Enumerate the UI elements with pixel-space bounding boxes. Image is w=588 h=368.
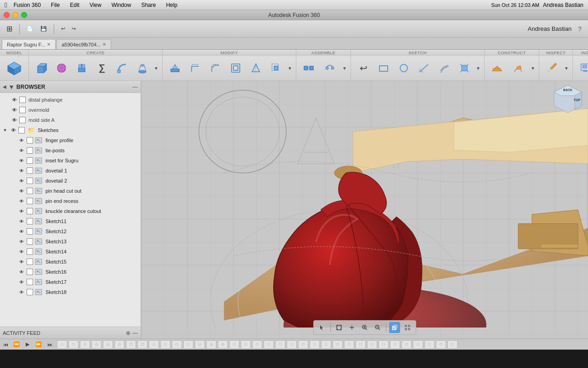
browser-item-dovetail-1[interactable]: 👁dovetail 1 bbox=[0, 166, 141, 176]
visibility-checkbox[interactable] bbox=[19, 97, 26, 103]
eye-icon2[interactable]: 👁 bbox=[11, 107, 17, 113]
timeline-item-33[interactable]: □ bbox=[436, 340, 446, 349]
rectangle-tool[interactable] bbox=[374, 58, 393, 79]
circle-tool[interactable] bbox=[394, 58, 413, 79]
eye-icon[interactable]: 👁 bbox=[18, 188, 25, 194]
checkbox[interactable] bbox=[27, 188, 33, 194]
checkbox[interactable] bbox=[27, 147, 33, 154]
timeline-item-12[interactable]: ◇ bbox=[195, 340, 205, 349]
eye-icon[interactable]: 👁 bbox=[18, 147, 25, 154]
eye-icon[interactable]: 👁 bbox=[18, 198, 25, 204]
timeline-item-6[interactable]: ⬡ bbox=[126, 340, 136, 349]
eye-icon4[interactable]: 👁 bbox=[10, 127, 17, 133]
apple-menu[interactable]:  bbox=[5, 1, 7, 9]
motion-link-tool[interactable] bbox=[320, 58, 339, 79]
visibility-checkbox4[interactable] bbox=[18, 127, 25, 133]
construct-dropdown[interactable]: ▼ bbox=[530, 58, 536, 79]
inspect-dropdown[interactable]: ▼ bbox=[563, 58, 570, 79]
eye-icon[interactable]: 👁 bbox=[18, 248, 25, 255]
checkbox[interactable] bbox=[27, 279, 33, 285]
checkbox[interactable] bbox=[27, 269, 33, 275]
timeline-item-9[interactable]: □ bbox=[160, 340, 170, 349]
menu-window[interactable]: Window bbox=[110, 1, 133, 9]
timeline-item-25[interactable]: □ bbox=[344, 340, 354, 349]
create-dropdown[interactable]: ▼ bbox=[153, 58, 159, 79]
browser-item-pin-head-cut-out[interactable]: 👁pin head cut out bbox=[0, 186, 141, 196]
browser-item-dovetail-2[interactable]: 👁dovetail 2 bbox=[0, 176, 141, 186]
timeline-item-21[interactable]: □ bbox=[298, 340, 308, 349]
timeline-prev[interactable]: ⏪ bbox=[11, 339, 22, 350]
midplane-tool[interactable] bbox=[487, 58, 507, 79]
browser-item-sketch16[interactable]: 👁Sketch16 bbox=[0, 267, 141, 277]
timeline-next[interactable]: ⏩ bbox=[33, 339, 44, 350]
eye-icon[interactable]: 👁 bbox=[18, 218, 25, 224]
eye-icon[interactable]: 👁 bbox=[18, 167, 25, 174]
browser-item-pin-end-recess[interactable]: 👁pin end recess bbox=[0, 196, 141, 206]
project-tool[interactable] bbox=[455, 58, 474, 79]
checkbox[interactable] bbox=[27, 238, 33, 245]
checkbox[interactable] bbox=[27, 248, 33, 255]
viewport[interactable]: BACK TOP bbox=[141, 81, 588, 339]
minimize-button[interactable] bbox=[12, 12, 18, 18]
redo-button[interactable]: ↪ bbox=[69, 23, 79, 35]
timeline-item-1[interactable]: □ bbox=[68, 340, 79, 349]
activity-feed-plus[interactable]: ⊕ bbox=[126, 330, 130, 336]
timeline-item-0[interactable]: □ bbox=[57, 340, 67, 349]
loft-tool[interactable] bbox=[133, 58, 152, 79]
timeline-item-11[interactable]: □ bbox=[183, 340, 193, 349]
menu-help[interactable]: Help bbox=[164, 1, 179, 9]
plane-along-path-tool[interactable] bbox=[509, 58, 528, 79]
browser-item-finger-profile[interactable]: 👁finger profile bbox=[0, 135, 141, 145]
draft-tool[interactable] bbox=[246, 58, 266, 79]
timeline-item-29[interactable]: □ bbox=[390, 340, 400, 349]
sketch-dropdown[interactable]: ▼ bbox=[475, 58, 481, 79]
zoom-out-button[interactable] bbox=[372, 322, 383, 333]
browser-item-sketch15[interactable]: 👁Sketch15 bbox=[0, 257, 141, 267]
timeline-item-27[interactable]: □ bbox=[367, 340, 377, 349]
timeline-item-26[interactable]: □ bbox=[356, 340, 366, 349]
box-tool[interactable] bbox=[32, 58, 51, 79]
timeline-item-13[interactable]: ◇ bbox=[206, 340, 216, 349]
fit-view-button[interactable] bbox=[334, 322, 345, 333]
view-cube-button[interactable] bbox=[389, 322, 400, 333]
timeline-item-30[interactable]: □ bbox=[401, 340, 412, 349]
menu-file[interactable]: File bbox=[49, 1, 62, 9]
browser-item-tie-posts[interactable]: 👁tie-posts bbox=[0, 145, 141, 155]
visibility-checkbox2[interactable] bbox=[19, 107, 26, 113]
nav-cube[interactable]: BACK TOP bbox=[549, 83, 586, 120]
timeline-item-3[interactable]: ◇ bbox=[91, 340, 102, 349]
eye-icon[interactable]: 👁 bbox=[18, 208, 25, 214]
save-button[interactable]: 💾 bbox=[38, 23, 50, 35]
app-grid-button[interactable]: ⊞ bbox=[4, 23, 15, 35]
assemble-dropdown[interactable]: ▼ bbox=[341, 58, 348, 79]
checkbox[interactable] bbox=[27, 137, 33, 144]
insert-canvas-tool[interactable] bbox=[576, 58, 588, 79]
sphere-tool[interactable] bbox=[52, 58, 71, 79]
cursor-mode-button[interactable] bbox=[317, 322, 328, 333]
checkbox[interactable] bbox=[27, 178, 33, 184]
timeline-item-34[interactable]: □ bbox=[447, 340, 458, 349]
chamfer-tool[interactable] bbox=[206, 58, 225, 79]
browser-item-inset-for-sugru[interactable]: 👁inset for Sugru bbox=[0, 155, 141, 166]
visibility-checkbox3[interactable] bbox=[19, 117, 26, 123]
eye-icon[interactable]: 👁 bbox=[18, 157, 25, 164]
zoom-in-button[interactable] bbox=[359, 322, 370, 333]
timeline-item-24[interactable]: □ bbox=[333, 340, 343, 349]
sweep-tool[interactable] bbox=[113, 58, 132, 79]
browser-item-sketch12[interactable]: 👁Sketch12 bbox=[0, 226, 141, 236]
timeline-item-10[interactable]: □ bbox=[172, 340, 182, 349]
new-doc-button[interactable]: 📄 bbox=[24, 23, 36, 35]
line-tool[interactable] bbox=[414, 58, 434, 79]
press-pull-tool[interactable] bbox=[165, 58, 185, 79]
extrude-tool[interactable] bbox=[72, 58, 91, 79]
eye-icon[interactable]: 👁 bbox=[18, 279, 25, 285]
timeline-item-20[interactable]: □ bbox=[287, 340, 297, 349]
eye-icon[interactable]: 👁 bbox=[18, 259, 25, 265]
pan-button[interactable] bbox=[346, 322, 357, 333]
browser-item-sketch18[interactable]: 👁Sketch18 bbox=[0, 287, 141, 297]
timeline-item-23[interactable]: □ bbox=[321, 340, 331, 349]
tab-close-icon[interactable]: ✕ bbox=[47, 42, 51, 47]
browser-item-mold-side-a[interactable]: 👁 mold side A bbox=[0, 115, 141, 125]
timeline-item-15[interactable]: □ bbox=[229, 340, 239, 349]
model-view-button[interactable] bbox=[3, 58, 26, 79]
